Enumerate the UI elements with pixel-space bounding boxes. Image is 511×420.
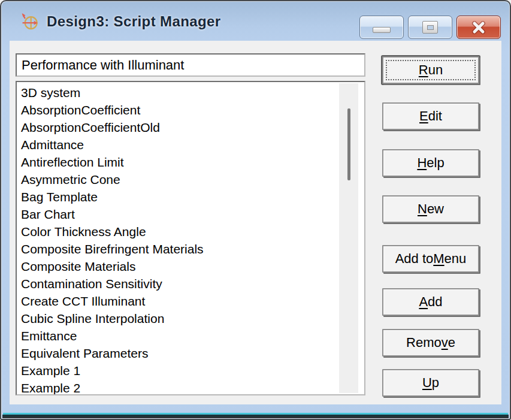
list-item[interactable]: Emittance [21,327,364,345]
list-item[interactable]: AbsorptionCoefficientOld [21,119,364,136]
list-item[interactable]: Contamination Sensitivity [21,275,364,292]
list-item[interactable]: Bar Chart [21,206,364,223]
list-item[interactable]: Bag Template [21,188,364,206]
client-area: 3D system AbsorptionCoefficient Absorpti… [10,41,501,404]
list-item[interactable]: Cubic Spline Interpolation [21,310,364,327]
scrollbar-thumb[interactable] [347,108,350,180]
close-icon [470,21,487,34]
window-bottom-edge [2,415,509,418]
new-button[interactable]: New [382,195,479,223]
list-item[interactable]: Create CCT Illuminant [21,292,364,310]
run-button[interactable]: Run [382,56,479,84]
list-scrollbar[interactable] [339,83,358,393]
app-icon [20,11,41,32]
list-item[interactable]: Antireflection Limit [21,153,364,171]
script-name-input[interactable] [16,53,365,77]
list-item[interactable]: Example 2 [21,379,364,395]
list-item[interactable]: 3D system [21,84,364,101]
list-item[interactable]: Equivalent Parameters [21,345,364,362]
close-button[interactable] [456,16,501,39]
maximize-button[interactable] [408,16,452,39]
add-button[interactable]: Add [382,288,479,316]
minimize-button[interactable] [359,16,404,39]
up-button[interactable]: Up [382,369,479,397]
caption-buttons [359,16,501,39]
minimize-icon [373,27,391,33]
list-item[interactable]: Composite Birefringent Materials [21,240,364,258]
titlebar[interactable]: Design3: Script Manager [2,2,509,41]
list-item[interactable]: Color Thickness Angle [21,223,364,240]
maximize-icon [422,21,438,34]
screen: Design3: Script Manager 3D [0,0,511,420]
script-manager-window: Design3: Script Manager 3D [0,0,511,420]
list-item[interactable]: Admittance [21,136,364,153]
edit-button[interactable]: Edit [382,102,479,130]
list-item[interactable]: Composite Materials [21,258,364,275]
window-title: Design3: Script Manager [47,13,221,30]
help-button[interactable]: Help [382,149,479,177]
add-to-menu-button[interactable]: Add to Menu [382,245,479,273]
remove-button[interactable]: Remove [382,329,479,356]
list-item[interactable]: AbsorptionCoefficient [21,101,364,119]
list-item[interactable]: Example 1 [21,362,364,379]
list-item[interactable]: Asymmetric Cone [21,171,364,188]
script-list[interactable]: 3D system AbsorptionCoefficient Absorpti… [16,81,365,395]
